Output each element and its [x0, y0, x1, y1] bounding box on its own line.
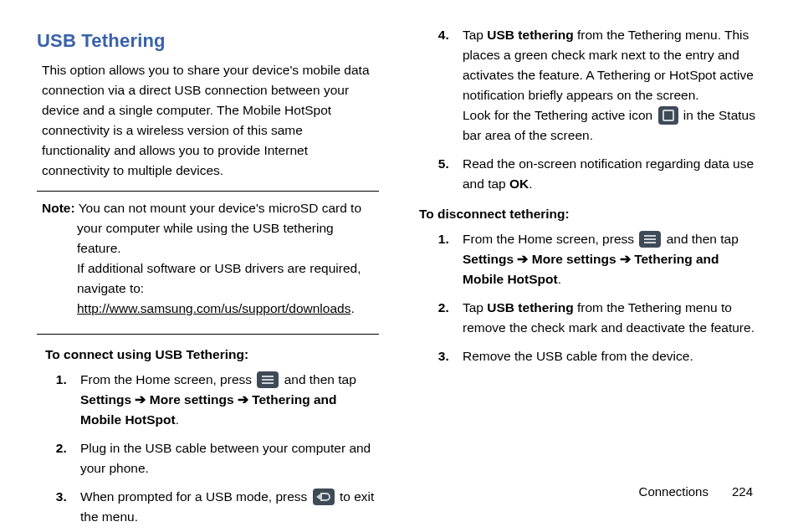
section-heading: USB Tethering: [37, 27, 379, 55]
disconnect-step-3: Remove the USB cable from the device.: [453, 346, 761, 366]
text: From the Home screen, press: [463, 232, 637, 246]
bold-settings: Settings: [80, 392, 131, 407]
text: and then tap: [280, 372, 356, 386]
connect-step-4: Tap USB tethering from the Tethering men…: [453, 25, 761, 146]
note-block: Note: You can not mount your device's mi…: [37, 198, 379, 327]
arrow: ➔: [131, 392, 150, 407]
text: Look for the Tethering active icon: [463, 108, 657, 122]
page-number: 224: [732, 484, 753, 499]
connect-step-1: From the Home screen, press and then tap…: [70, 370, 379, 430]
text: When prompted for a USB mode, press: [80, 489, 311, 504]
two-column-layout: USB Tethering This option allows you to …: [37, 25, 761, 477]
divider-top: [37, 191, 379, 192]
footer-section: Connections: [639, 484, 708, 499]
note-label: Note:: [42, 201, 75, 215]
support-link[interactable]: http://www.samsung.com/us/support/downlo…: [77, 301, 350, 315]
back-icon: [313, 489, 335, 505]
connect-steps-cont: Tap USB tethering from the Tethering men…: [427, 25, 761, 194]
text: .: [558, 272, 561, 286]
disconnect-step-2: Tap USB tethering from the Tethering men…: [453, 298, 761, 338]
note-text-1: You can not mount your device's microSD …: [75, 201, 361, 255]
text: From the Home screen, press: [80, 372, 255, 386]
connect-step-5: Read the on-screen notification regardin…: [453, 154, 761, 194]
text: Tap: [463, 28, 487, 42]
bold-ok: OK: [509, 176, 529, 191]
note-period: .: [350, 301, 354, 315]
disconnect-step-1: From the Home screen, press and then tap…: [453, 229, 761, 289]
text: Tap: [463, 300, 487, 315]
connect-step-2: Plug in the USB cable between your compu…: [70, 438, 379, 478]
connect-subheading: To connect using USB Tethering:: [45, 345, 379, 365]
tethering-icon: [658, 106, 678, 125]
connect-steps-list: From the Home screen, press and then tap…: [45, 370, 379, 527]
bold-usb: USB tethering: [487, 300, 573, 315]
bold-more: More settings: [150, 392, 234, 407]
page-footer: Connections224: [639, 484, 753, 499]
disconnect-steps-list: From the Home screen, press and then tap…: [427, 229, 761, 366]
menu-icon: [639, 231, 661, 248]
text: .: [176, 412, 179, 427]
connect-step-3: When prompted for a USB mode, press to e…: [70, 487, 379, 527]
text: Read the on-screen notification regardin…: [463, 156, 754, 191]
disconnect-subheading: To disconnect tethering:: [419, 204, 761, 224]
arrow: ➔: [514, 252, 532, 266]
text: .: [529, 176, 532, 191]
bold-usb: USB tethering: [487, 28, 573, 42]
right-column: Tap USB tethering from the Tethering men…: [419, 25, 761, 477]
text: and then tap: [662, 232, 739, 246]
note-text-2: If additional software or USB drivers ar…: [77, 261, 361, 295]
divider-bottom: [37, 334, 379, 335]
bold-more: More settings: [532, 252, 616, 266]
left-column: USB Tethering This option allows you to …: [37, 25, 379, 477]
menu-icon: [257, 371, 279, 388]
arrow: ➔: [616, 252, 635, 266]
intro-paragraph: This option allows you to share your dev…: [42, 60, 374, 181]
bold-settings: Settings: [463, 252, 514, 266]
manual-page: USB Tethering This option allows you to …: [0, 0, 798, 532]
arrow: ➔: [234, 392, 253, 407]
